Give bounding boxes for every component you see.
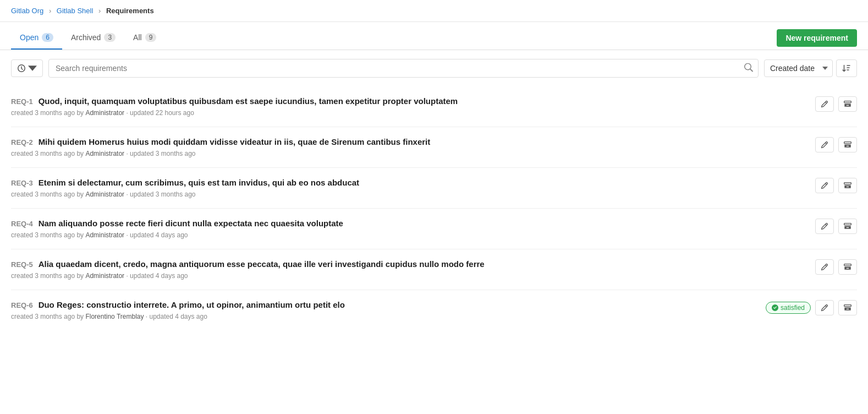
req-content: REQ-4 Nam aliquando posse recte fieri di… — [11, 219, 815, 239]
history-icon — [17, 64, 26, 73]
edit-icon — [821, 222, 828, 230]
breadcrumb-page: Requirements — [106, 7, 154, 15]
req-title: Quod, inquit, quamquam voluptatibus quib… — [39, 96, 458, 106]
history-button[interactable] — [11, 59, 43, 77]
req-meta: created 3 months ago by Administrator · … — [11, 109, 815, 117]
req-content: REQ-1 Quod, inquit, quamquam voluptatibu… — [11, 96, 815, 117]
req-author: Administrator — [85, 109, 124, 117]
req-title: Mihi quidem Homerus huius modi quiddam v… — [39, 137, 431, 146]
req-id: REQ-5 — [11, 260, 33, 269]
req-content: REQ-6 Duo Reges: constructio interrete. … — [11, 300, 766, 320]
requirement-row: REQ-5 Alia quaedam dicent, credo, magna … — [11, 249, 857, 290]
chevron-down-icon — [28, 64, 37, 73]
tabs-bar: Open 6 Archived 3 All 9 New requirement — [0, 26, 868, 50]
archive-icon — [844, 304, 851, 312]
archive-button[interactable] — [838, 96, 857, 112]
tab-archived[interactable]: Archived 3 — [62, 26, 124, 50]
sort-direction-button[interactable] — [836, 59, 857, 77]
new-requirement-button[interactable]: New requirement — [777, 29, 857, 47]
archive-button[interactable] — [838, 300, 857, 315]
req-meta: created 3 months ago by Administrator · … — [11, 150, 815, 157]
check-circle-icon — [772, 304, 778, 311]
req-actions — [815, 178, 857, 193]
edit-button[interactable] — [815, 96, 834, 112]
edit-button[interactable] — [815, 300, 834, 315]
requirement-row: REQ-4 Nam aliquando posse recte fieri di… — [11, 208, 857, 249]
edit-icon — [821, 304, 828, 312]
req-title-line: REQ-2 Mihi quidem Homerus huius modi qui… — [11, 137, 815, 146]
edit-button[interactable] — [815, 259, 834, 275]
req-title-line: REQ-6 Duo Reges: constructio interrete. … — [11, 300, 766, 309]
req-author: Administrator — [85, 231, 124, 239]
req-title: Nam aliquando posse recte fieri dicunt n… — [39, 219, 343, 228]
archive-button[interactable] — [838, 259, 857, 275]
archive-icon — [844, 182, 851, 189]
req-title-line: REQ-1 Quod, inquit, quamquam voluptatibu… — [11, 96, 815, 106]
edit-button[interactable] — [815, 178, 834, 193]
edit-icon — [821, 263, 828, 271]
breadcrumb-repo[interactable]: Gitlab Shell — [57, 7, 93, 15]
req-actions — [815, 219, 857, 234]
req-id: REQ-1 — [11, 97, 33, 106]
edit-button[interactable] — [815, 219, 834, 234]
satisfied-badge: satisfied — [766, 302, 811, 314]
req-meta: created 3 months ago by Administrator · … — [11, 231, 815, 239]
tab-all[interactable]: All 9 — [124, 26, 165, 50]
req-actions: satisfied — [766, 300, 857, 315]
archive-icon — [844, 100, 851, 108]
archive-button[interactable] — [838, 178, 857, 193]
requirement-row: REQ-2 Mihi quidem Homerus huius modi qui… — [11, 127, 857, 167]
edit-button[interactable] — [815, 137, 834, 152]
req-author: Administrator — [85, 150, 124, 157]
archive-button[interactable] — [838, 137, 857, 152]
breadcrumb-org[interactable]: Gitlab Org — [11, 7, 43, 15]
search-wrap — [48, 59, 759, 78]
archive-button[interactable] — [838, 219, 857, 234]
req-id: REQ-2 — [11, 138, 33, 146]
req-title-line: REQ-3 Etenim si delectamur, cum scribimu… — [11, 178, 815, 187]
req-actions — [815, 137, 857, 152]
search-button[interactable] — [743, 62, 754, 75]
req-author: Administrator — [85, 272, 124, 280]
toolbar: Created date Updated date Title — [0, 50, 868, 86]
sort-wrap: Created date Updated date Title — [764, 59, 857, 77]
archive-icon — [844, 141, 851, 149]
req-id: REQ-3 — [11, 179, 33, 187]
req-actions — [815, 96, 857, 112]
req-content: REQ-5 Alia quaedam dicent, credo, magna … — [11, 259, 815, 280]
edit-icon — [821, 100, 828, 108]
req-meta: created 3 months ago by Florentino Tremb… — [11, 313, 766, 320]
req-content: REQ-2 Mihi quidem Homerus huius modi qui… — [11, 137, 815, 157]
req-id: REQ-4 — [11, 220, 33, 228]
req-id: REQ-6 — [11, 301, 33, 309]
req-meta: created 3 months ago by Administrator · … — [11, 190, 815, 198]
requirement-row: REQ-3 Etenim si delectamur, cum scribimu… — [11, 167, 857, 208]
req-author: Administrator — [85, 190, 124, 198]
req-title-line: REQ-4 Nam aliquando posse recte fieri di… — [11, 219, 815, 228]
req-title: Duo Reges: constructio interrete. A prim… — [39, 300, 345, 309]
search-icon — [744, 63, 753, 72]
requirement-row: REQ-1 Quod, inquit, quamquam voluptatibu… — [11, 86, 857, 127]
req-title-line: REQ-5 Alia quaedam dicent, credo, magna … — [11, 259, 815, 269]
req-content: REQ-3 Etenim si delectamur, cum scribimu… — [11, 178, 815, 198]
req-author: Florentino Tremblay — [85, 313, 144, 320]
tab-open[interactable]: Open 6 — [11, 26, 62, 50]
req-actions — [815, 259, 857, 275]
req-title: Etenim si delectamur, cum scribimus, qui… — [39, 178, 359, 187]
req-meta: created 3 months ago by Administrator · … — [11, 272, 815, 280]
search-input[interactable] — [48, 59, 759, 78]
edit-icon — [821, 182, 828, 189]
req-title: Alia quaedam dicent, credo, magna antiqu… — [39, 259, 485, 269]
sort-direction-icon — [842, 64, 851, 73]
sort-select[interactable]: Created date Updated date Title — [764, 59, 833, 77]
edit-icon — [821, 141, 828, 149]
requirements-list: REQ-1 Quod, inquit, quamquam voluptatibu… — [0, 86, 868, 330]
breadcrumb: Gitlab Org › Gitlab Shell › Requirements — [0, 0, 868, 22]
requirement-row: REQ-6 Duo Reges: constructio interrete. … — [11, 290, 857, 330]
archive-icon — [844, 263, 851, 271]
archive-icon — [844, 222, 851, 230]
tabs: Open 6 Archived 3 All 9 — [11, 26, 165, 50]
